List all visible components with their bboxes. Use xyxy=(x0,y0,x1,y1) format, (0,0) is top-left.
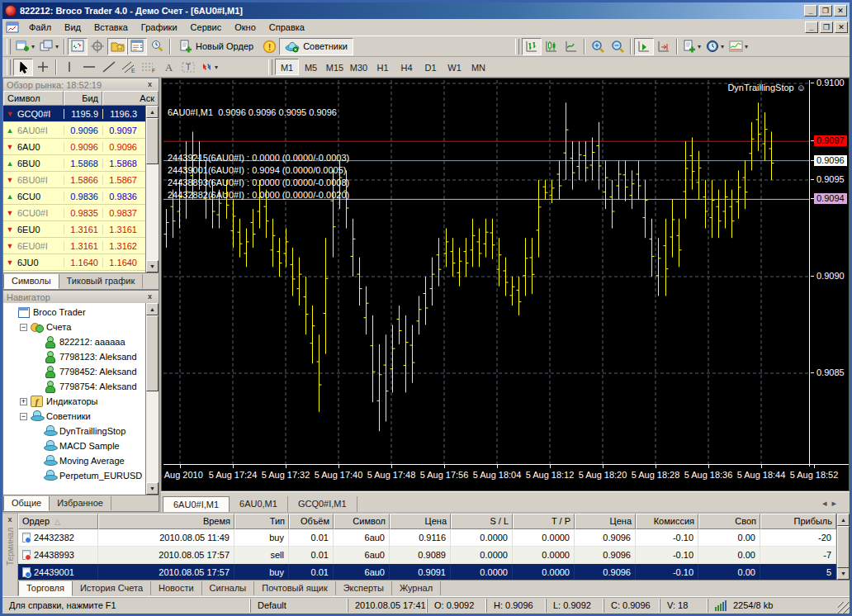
terminal-column-profit[interactable]: Прибыль xyxy=(760,514,836,529)
tree-item-822212-aaaaaa[interactable]: 822212: aaaaaa xyxy=(3,334,145,349)
market-watch-tab[interactable]: Символы xyxy=(3,274,59,289)
market-watch-toggle-button[interactable] xyxy=(68,38,88,55)
collapse-icon[interactable]: − xyxy=(20,413,27,420)
scroll-down-icon[interactable]: ▼ xyxy=(837,567,850,580)
terminal-toggle-button[interactable] xyxy=(127,38,147,55)
order-row[interactable]: 244389932010.08.05 17:57sell0.016au00.90… xyxy=(18,547,836,564)
market-watch-row[interactable]: ▲6AU0#I0.90960.9097 xyxy=(3,122,145,139)
data-window-button[interactable] xyxy=(88,38,107,55)
market-watch-row[interactable]: ▼6BU0#I1.58661.5867 xyxy=(3,172,145,188)
arrows-button[interactable]: ▾ xyxy=(198,59,220,76)
terminal-tab[interactable]: Почтовый ящик xyxy=(254,581,335,595)
periods-button[interactable]: ▾ xyxy=(703,38,727,55)
timeframe-MN[interactable]: MN xyxy=(466,59,490,75)
tree-item-MACD-Sample[interactable]: MACD Sample xyxy=(3,438,145,453)
order-row[interactable]: 244323822010.08.05 11:49buy0.016au00.911… xyxy=(18,529,836,547)
terminal-column-order[interactable]: Ордер△ xyxy=(18,514,98,529)
market-watch-scrollbar[interactable]: ▲ ▼ xyxy=(145,106,159,272)
text-button[interactable]: A xyxy=(159,59,178,76)
navigator-scrollbar[interactable]: ▲ ▼ xyxy=(145,303,159,495)
menu-item-Файл[interactable]: Файл xyxy=(22,20,58,35)
text-label-button[interactable]: T xyxy=(178,59,198,76)
navigator-tab[interactable]: Избранное xyxy=(50,496,111,510)
market-watch-row[interactable]: ▼6EU01.31611.3161 xyxy=(3,221,145,238)
profiles-button[interactable]: ▾ xyxy=(37,38,61,55)
timeframe-W1[interactable]: W1 xyxy=(443,59,466,75)
resize-grip[interactable] xyxy=(838,602,850,614)
maximize-button[interactable]: ❐ xyxy=(819,5,832,17)
tree-item-Perpetum_EURUSD[interactable]: Perpetum_EURUSD xyxy=(3,468,145,483)
new-order-button[interactable]: Новый Ордер xyxy=(173,38,259,55)
tree-item-Moving-Average[interactable]: Moving Average xyxy=(3,453,145,468)
new-chart-button[interactable]: ▾ xyxy=(13,38,37,55)
column-ask[interactable]: Аск xyxy=(102,91,159,106)
terminal-column-volume[interactable]: Объём xyxy=(289,514,334,529)
equidistant-channel-button[interactable]: E xyxy=(119,59,139,76)
menu-item-Графики[interactable]: Графики xyxy=(135,20,184,35)
chart-tab[interactable]: 6AU0,M1 xyxy=(230,496,288,512)
experts-button[interactable]: Советники xyxy=(279,38,353,55)
scroll-up-icon[interactable]: ▲ xyxy=(146,106,159,118)
navigator-toggle-button[interactable] xyxy=(107,38,127,55)
terminal-tab[interactable]: История Счета xyxy=(73,581,151,595)
auto-scroll-button[interactable] xyxy=(634,38,654,55)
close-icon[interactable]: x xyxy=(144,80,155,90)
child-restore-button[interactable]: ❐ xyxy=(820,21,833,33)
terminal-column-time[interactable]: Время xyxy=(98,514,234,529)
indicators-button[interactable]: ▾ xyxy=(680,38,703,55)
terminal-column-type[interactable]: Тип xyxy=(234,514,289,529)
tree-item-7798754-Aleksand[interactable]: 7798754: Aleksand xyxy=(3,379,145,394)
navigator-caption[interactable]: Навигатор x xyxy=(3,291,159,303)
vertical-line-button[interactable] xyxy=(59,59,79,76)
toolbar-grip[interactable] xyxy=(7,39,11,54)
terminal-column-tp[interactable]: T / P xyxy=(513,514,575,529)
templates-button[interactable]: ▾ xyxy=(727,38,750,55)
menu-item-Вид[interactable]: Вид xyxy=(58,20,88,35)
market-watch-caption[interactable]: Обзор рынка: 18:52:19 x xyxy=(3,78,159,91)
scrollbar-thumb[interactable] xyxy=(146,118,159,164)
chart-shift-button[interactable] xyxy=(654,38,674,55)
market-watch-tab[interactable]: Тиковый график xyxy=(59,274,144,288)
timeframe-D1[interactable]: D1 xyxy=(419,59,443,75)
timeframe-M30[interactable]: M30 xyxy=(347,59,371,75)
market-watch-row[interactable]: ▲6BU01.58681.5868 xyxy=(3,155,145,172)
menu-item-Справка[interactable]: Справка xyxy=(263,20,311,35)
menu-item-Окно[interactable]: Окно xyxy=(228,20,263,35)
market-watch-row[interactable]: ▼6CU0#I0.98350.9837 xyxy=(3,205,145,221)
zoom-out-button[interactable] xyxy=(608,38,627,55)
strategy-tester-button[interactable] xyxy=(147,38,167,55)
minimize-button[interactable]: _ xyxy=(804,5,817,17)
scroll-down-icon[interactable]: ▼ xyxy=(146,482,159,495)
close-icon[interactable]: x xyxy=(144,292,155,302)
tree-item-7798123-Aleksand[interactable]: 7798123: Aleksand xyxy=(3,349,145,364)
market-watch-row[interactable]: ▼6JU01.16401.1640 xyxy=(3,254,145,271)
zoom-in-button[interactable] xyxy=(588,38,608,55)
menu-item-Сервис[interactable]: Сервис xyxy=(184,20,229,35)
toolbar-grip[interactable] xyxy=(7,59,11,75)
column-symbol[interactable]: Символ xyxy=(3,91,64,106)
market-watch-row[interactable]: ▼6EU0#I1.31611.3162 xyxy=(3,238,145,254)
market-watch-row[interactable]: ▼6AU00.90960.9096 xyxy=(3,139,145,155)
child-close-button[interactable]: ✕ xyxy=(835,21,848,33)
scrollbar-thumb[interactable] xyxy=(146,315,159,391)
child-minimize-button[interactable]: _ xyxy=(805,21,818,33)
scroll-down-icon[interactable]: ▼ xyxy=(146,260,159,272)
timeframe-H1[interactable]: H1 xyxy=(371,59,395,75)
horizontal-line-button[interactable] xyxy=(79,59,99,76)
terminal-tab[interactable]: Торговля xyxy=(18,581,73,596)
scroll-up-icon[interactable]: ▲ xyxy=(146,303,159,315)
line-chart-button[interactable] xyxy=(561,38,581,55)
collapse-icon[interactable]: − xyxy=(20,324,27,331)
chart-tab[interactable]: 6AU0#I,M1 xyxy=(163,496,230,512)
tab-scroll-arrows[interactable]: ◂▸ xyxy=(816,498,848,512)
timeframe-M1[interactable]: M1 xyxy=(275,59,299,75)
tree-item--[interactable]: −Счета xyxy=(3,320,145,334)
expand-icon[interactable]: + xyxy=(20,398,27,405)
terminal-column-symbol[interactable]: Символ xyxy=(334,514,390,529)
crosshair-button[interactable] xyxy=(33,59,53,76)
terminal-column-swap[interactable]: Своп xyxy=(698,514,760,529)
terminal-column-commission[interactable]: Комиссия xyxy=(636,514,698,529)
trendline-button[interactable] xyxy=(99,59,119,76)
timeframe-M5[interactable]: M5 xyxy=(299,59,323,75)
chart-window[interactable]: 0.91000.90970.90960.90950.90940.90900.90… xyxy=(161,78,850,491)
